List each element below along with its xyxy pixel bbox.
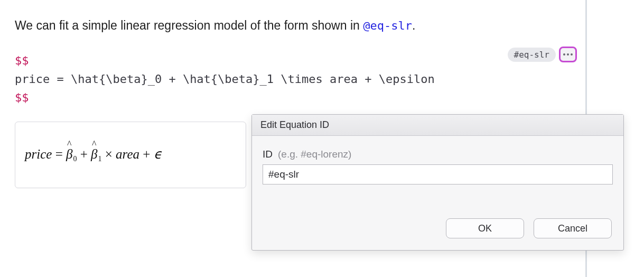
dialog-footer: OK Cancel xyxy=(252,218,623,250)
ok-button[interactable]: OK xyxy=(446,218,524,238)
equation-preview: price = β0 + β1 × area + ϵ xyxy=(15,122,246,188)
equation-tag-more-button[interactable] xyxy=(559,47,577,62)
dialog-title: Edit Equation ID xyxy=(252,115,623,136)
dialog-body: ID (e.g. #eq-lorenz) xyxy=(252,136,623,218)
prose-after: . xyxy=(412,19,415,32)
equation-tag-row: #eq-slr xyxy=(508,47,577,62)
cancel-button[interactable]: Cancel xyxy=(534,218,612,238)
paragraph[interactable]: We can fit a simple linear regression mo… xyxy=(15,17,572,34)
id-field-label: ID xyxy=(263,149,273,160)
equation-id-input[interactable] xyxy=(263,164,613,184)
crossref-eq-slr[interactable]: @eq-slr xyxy=(363,19,412,32)
equation-id-tag[interactable]: #eq-slr xyxy=(508,48,556,62)
id-field-hint: (e.g. #eq-lorenz) xyxy=(278,149,351,160)
math-open-delim[interactable]: $$ xyxy=(15,51,572,70)
prose-before: We can fit a simple linear regression mo… xyxy=(15,19,363,32)
rendered-equation: price = β0 + β1 × area + ϵ xyxy=(25,147,162,161)
math-close-delim[interactable]: $$ xyxy=(15,88,572,107)
edit-equation-id-dialog: Edit Equation ID ID (e.g. #eq-lorenz) OK… xyxy=(251,114,624,251)
ellipsis-icon xyxy=(563,53,573,56)
math-source-line[interactable]: price = \hat{\beta}_0 + \hat{\beta}_1 \t… xyxy=(15,70,572,88)
